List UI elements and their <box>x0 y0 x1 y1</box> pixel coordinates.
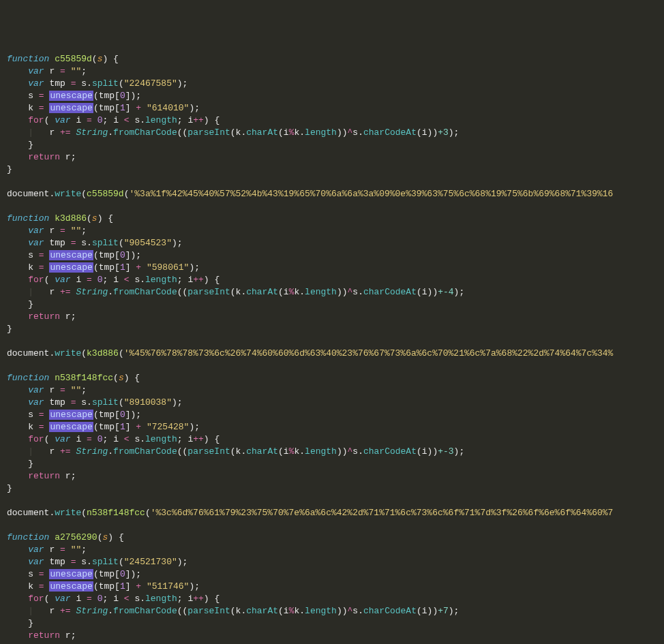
highlighted-unescape: unescape <box>49 581 93 592</box>
highlighted-unescape: unescape <box>49 250 93 260</box>
highlighted-unescape: unescape <box>49 103 93 113</box>
highlighted-unescape: unescape <box>49 262 93 273</box>
highlighted-unescape: unescape <box>49 410 93 420</box>
code-editor-content: function c55859d(s) { var r = ""; var tm… <box>7 53 657 644</box>
highlighted-unescape: unescape <box>49 91 93 101</box>
highlighted-unescape: unescape <box>49 569 93 579</box>
highlighted-unescape: unescape <box>49 422 93 432</box>
